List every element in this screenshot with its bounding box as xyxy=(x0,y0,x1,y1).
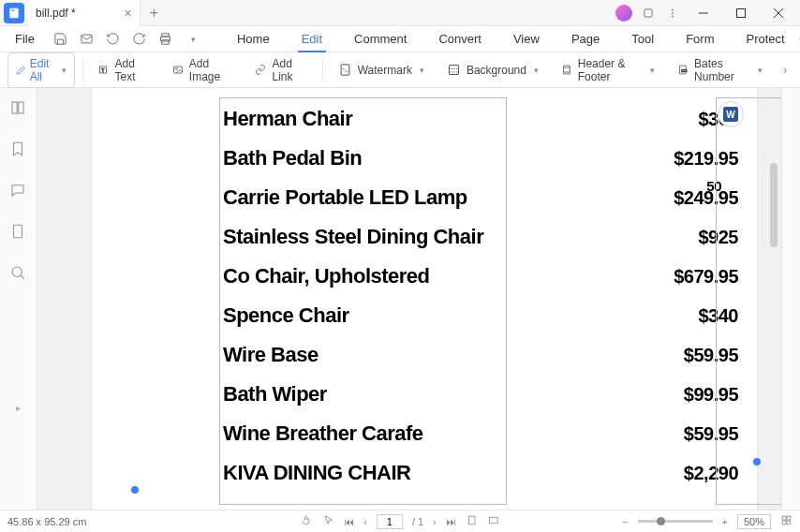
svg-line-35 xyxy=(21,275,24,279)
svg-rect-40 xyxy=(782,521,786,525)
thumbnails-icon[interactable] xyxy=(9,99,28,118)
minimize-button[interactable] xyxy=(686,0,721,26)
mail-icon[interactable] xyxy=(76,28,98,51)
svg-rect-37 xyxy=(489,517,497,524)
edit-all-label: Edit All xyxy=(30,57,56,83)
header-footer-label: Header & Footer xyxy=(578,57,644,83)
hand-tool-icon[interactable] xyxy=(301,514,313,528)
print-icon[interactable] xyxy=(155,28,177,51)
tab-view[interactable]: View xyxy=(500,26,553,52)
zoom-percentage[interactable]: 50% xyxy=(737,514,771,529)
page-number-input[interactable] xyxy=(377,514,403,529)
document-tab[interactable]: bill.pdf * × xyxy=(28,0,141,26)
zoom-in-icon[interactable]: + xyxy=(722,516,728,527)
svg-point-5 xyxy=(672,15,674,17)
toolbar-overflow-icon[interactable]: › xyxy=(778,64,793,77)
watermark-label: Watermark xyxy=(358,64,412,77)
svg-rect-36 xyxy=(468,516,475,525)
svg-rect-10 xyxy=(81,35,92,43)
svg-line-24 xyxy=(343,68,348,72)
svg-rect-41 xyxy=(787,521,791,525)
watermark-button[interactable]: Watermark ▾ xyxy=(331,59,432,81)
pdf-page: Herman Chair$365Bath Pedal Bin$219.95Car… xyxy=(92,88,757,510)
fit-page-icon[interactable] xyxy=(487,514,499,528)
add-image-button[interactable]: Add Image xyxy=(165,53,241,87)
next-page-icon[interactable]: › xyxy=(433,516,437,527)
svg-rect-7 xyxy=(737,8,746,17)
svg-point-34 xyxy=(12,267,22,277)
document-canvas[interactable]: Herman Chair$365Bath Pedal Bin$219.95Car… xyxy=(37,88,781,510)
header-footer-button[interactable]: Header & Footer ▾ xyxy=(554,53,662,87)
comments-icon[interactable] xyxy=(9,182,28,200)
add-text-label: Add Text xyxy=(115,57,150,83)
kebab-menu-icon[interactable] xyxy=(661,2,684,24)
add-link-label: Add Link xyxy=(272,57,306,83)
page-handle-left[interactable] xyxy=(131,486,139,494)
svg-text:T: T xyxy=(101,67,105,73)
background-label: Background xyxy=(467,64,526,77)
add-image-label: Add Image xyxy=(189,57,233,83)
bates-number-button[interactable]: 123 Bates Number ▾ xyxy=(670,53,770,87)
side-expand-icon[interactable]: ▸ xyxy=(16,403,21,413)
edit-all-button[interactable]: Edit All ▾ xyxy=(7,52,75,88)
svg-rect-31 xyxy=(12,102,17,113)
tab-form[interactable]: Form xyxy=(673,26,727,52)
svg-rect-0 xyxy=(9,7,18,18)
tab-protect[interactable]: Protect xyxy=(733,26,797,52)
notifications-icon[interactable] xyxy=(637,2,659,24)
redo-icon[interactable] xyxy=(128,28,151,51)
page-dimensions: 45.86 x 95.29 cm xyxy=(7,516,86,527)
save-icon[interactable] xyxy=(50,28,72,51)
text-edit-frame-left[interactable] xyxy=(219,97,507,505)
qa-dropdown-icon[interactable]: ▾ xyxy=(183,28,205,51)
bates-number-label: Bates Number xyxy=(694,57,750,83)
svg-rect-21 xyxy=(173,66,182,73)
select-tool-icon[interactable] xyxy=(322,514,334,528)
right-mini-panel xyxy=(781,88,800,510)
file-menu[interactable]: File xyxy=(4,32,46,46)
svg-rect-25 xyxy=(449,66,458,75)
fit-width-icon[interactable] xyxy=(466,514,478,528)
add-text-button[interactable]: T Add Text xyxy=(91,53,157,87)
svg-rect-39 xyxy=(787,516,791,520)
svg-rect-33 xyxy=(13,225,22,238)
prev-page-icon[interactable]: ‹ xyxy=(363,516,367,527)
maximize-button[interactable] xyxy=(723,0,759,26)
svg-rect-13 xyxy=(162,40,170,44)
svg-rect-23 xyxy=(341,65,349,75)
svg-rect-38 xyxy=(782,516,786,520)
tab-convert[interactable]: Convert xyxy=(425,26,495,52)
bookmarks-icon[interactable] xyxy=(9,140,28,159)
tab-page[interactable]: Page xyxy=(558,26,613,52)
tab-tool[interactable]: Tool xyxy=(618,26,667,52)
new-tab-button[interactable]: + xyxy=(141,5,168,22)
search-panel-icon[interactable] xyxy=(9,264,28,283)
svg-rect-26 xyxy=(563,66,570,74)
svg-point-3 xyxy=(672,8,674,10)
tab-title: bill.pdf * xyxy=(36,7,76,20)
tab-home[interactable]: Home xyxy=(224,26,283,52)
side-panel: ▸ xyxy=(0,88,37,510)
ai-assistant-icon[interactable] xyxy=(613,2,635,24)
page-total: / 1 xyxy=(412,516,423,527)
background-button[interactable]: Background ▾ xyxy=(439,59,546,81)
svg-point-4 xyxy=(672,12,674,14)
svg-point-22 xyxy=(175,67,177,69)
undo-icon[interactable] xyxy=(102,28,125,51)
zoom-slider[interactable] xyxy=(638,520,713,523)
zoom-out-icon[interactable]: − xyxy=(622,516,628,527)
svg-text:123: 123 xyxy=(681,68,688,73)
first-page-icon[interactable]: ⏮ xyxy=(344,516,354,527)
tab-edit[interactable]: Edit xyxy=(289,26,335,52)
last-page-icon[interactable]: ⏭ xyxy=(446,516,456,527)
svg-rect-1 xyxy=(11,9,15,10)
add-link-button[interactable]: Add Link xyxy=(247,53,314,87)
tab-comment[interactable]: Comment xyxy=(341,26,420,52)
tab-close-icon[interactable]: × xyxy=(125,6,132,21)
close-window-button[interactable] xyxy=(761,0,796,26)
svg-rect-2 xyxy=(644,8,652,16)
attachments-icon[interactable] xyxy=(9,223,28,242)
app-logo-icon xyxy=(4,3,24,23)
text-edit-frame-right[interactable] xyxy=(716,97,781,505)
fullscreen-icon[interactable] xyxy=(780,514,793,528)
